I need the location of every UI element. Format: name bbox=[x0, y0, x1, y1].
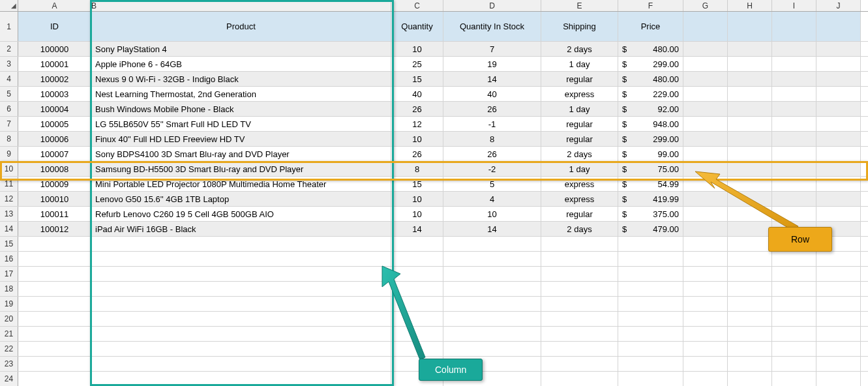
cell-price[interactable]: $419.99 bbox=[618, 192, 683, 206]
cell[interactable] bbox=[728, 222, 772, 236]
cell[interactable] bbox=[443, 252, 541, 266]
cell[interactable] bbox=[91, 267, 391, 281]
cell[interactable] bbox=[728, 252, 772, 266]
cell[interactable] bbox=[816, 147, 861, 161]
row-header[interactable]: 12 bbox=[0, 192, 18, 206]
cell[interactable] bbox=[728, 162, 772, 176]
row-header[interactable]: 20 bbox=[0, 312, 18, 326]
cell[interactable] bbox=[728, 57, 772, 71]
cell[interactable] bbox=[541, 252, 618, 266]
cell[interactable] bbox=[772, 267, 816, 281]
cell[interactable] bbox=[391, 282, 443, 296]
cell[interactable] bbox=[618, 297, 683, 311]
cell[interactable] bbox=[618, 252, 683, 266]
row-header[interactable]: 21 bbox=[0, 327, 18, 341]
cell[interactable] bbox=[18, 237, 91, 251]
cell[interactable] bbox=[683, 327, 728, 341]
cell-product[interactable]: Bush Windows Mobile Phone - Black bbox=[91, 102, 391, 116]
cell[interactable] bbox=[541, 312, 618, 326]
cell[interactable] bbox=[541, 372, 618, 386]
cell[interactable] bbox=[728, 87, 772, 101]
cell[interactable] bbox=[772, 327, 816, 341]
cell[interactable] bbox=[91, 252, 391, 266]
row-header[interactable]: 23 bbox=[0, 357, 18, 371]
cell[interactable] bbox=[683, 267, 728, 281]
cell[interactable] bbox=[91, 327, 391, 341]
row-header[interactable]: 9 bbox=[0, 147, 18, 161]
cell[interactable] bbox=[816, 357, 861, 371]
cell-price[interactable]: $92.00 bbox=[618, 102, 683, 116]
cell-product[interactable]: Apple iPhone 6 - 64GB bbox=[91, 57, 391, 71]
cell-id[interactable]: 100008 bbox=[18, 162, 91, 176]
cell[interactable] bbox=[541, 327, 618, 341]
cell-shipping[interactable]: 2 days bbox=[541, 222, 618, 236]
header-id[interactable]: ID bbox=[18, 12, 91, 41]
cell-price[interactable]: $375.00 bbox=[618, 207, 683, 221]
cell-id[interactable]: 100007 bbox=[18, 147, 91, 161]
cell[interactable] bbox=[816, 72, 861, 86]
cell-product[interactable]: Nest Learning Thermostat, 2nd Generation bbox=[91, 87, 391, 101]
cell[interactable] bbox=[816, 327, 861, 341]
cell[interactable] bbox=[391, 267, 443, 281]
cell[interactable] bbox=[683, 282, 728, 296]
cell[interactable] bbox=[772, 132, 816, 146]
col-header-B[interactable]: B bbox=[91, 0, 391, 11]
cell[interactable] bbox=[618, 357, 683, 371]
col-header-A[interactable]: A bbox=[18, 0, 91, 11]
cell[interactable] bbox=[816, 372, 861, 386]
cell[interactable] bbox=[683, 132, 728, 146]
cell-shipping[interactable]: regular bbox=[541, 132, 618, 146]
cell[interactable] bbox=[728, 357, 772, 371]
cell[interactable] bbox=[683, 162, 728, 176]
cell-quantity[interactable]: 40 bbox=[391, 87, 443, 101]
cell-id[interactable]: 100000 bbox=[18, 42, 91, 56]
cell-shipping[interactable]: 2 days bbox=[541, 147, 618, 161]
cell[interactable] bbox=[683, 312, 728, 326]
cell-shipping[interactable]: regular bbox=[541, 117, 618, 131]
cell[interactable] bbox=[91, 237, 391, 251]
cell[interactable] bbox=[772, 192, 816, 206]
cell[interactable] bbox=[728, 192, 772, 206]
cell[interactable] bbox=[816, 42, 861, 56]
cell[interactable] bbox=[728, 147, 772, 161]
cell-shipping[interactable]: express bbox=[541, 192, 618, 206]
col-header-C[interactable]: C bbox=[391, 0, 443, 11]
cell-product[interactable]: Sony PlayStation 4 bbox=[91, 42, 391, 56]
cell-product[interactable]: Lenovo G50 15.6'' 4GB 1TB Laptop bbox=[91, 192, 391, 206]
row-header[interactable]: 19 bbox=[0, 297, 18, 311]
cell[interactable] bbox=[816, 12, 861, 41]
cell[interactable] bbox=[816, 87, 861, 101]
cell[interactable] bbox=[728, 117, 772, 131]
cell[interactable] bbox=[683, 357, 728, 371]
cell[interactable] bbox=[816, 252, 861, 266]
cell[interactable] bbox=[91, 342, 391, 356]
row-header-1[interactable]: 1 bbox=[0, 12, 18, 41]
cell[interactable] bbox=[683, 297, 728, 311]
cell-id[interactable]: 100001 bbox=[18, 57, 91, 71]
cell-quantity[interactable]: 8 bbox=[391, 162, 443, 176]
cell[interactable] bbox=[541, 357, 618, 371]
header-quantity[interactable]: Quantity bbox=[391, 12, 443, 41]
cell[interactable] bbox=[816, 207, 861, 221]
cell-shipping[interactable]: express bbox=[541, 177, 618, 191]
cell[interactable] bbox=[683, 207, 728, 221]
cell[interactable] bbox=[18, 282, 91, 296]
cell-stock[interactable]: 5 bbox=[443, 177, 541, 191]
cell-price[interactable]: $480.00 bbox=[618, 42, 683, 56]
cell[interactable] bbox=[772, 207, 816, 221]
cell[interactable] bbox=[728, 282, 772, 296]
row-header[interactable]: 2 bbox=[0, 42, 18, 56]
cell-shipping[interactable]: regular bbox=[541, 72, 618, 86]
cell-shipping[interactable]: express bbox=[541, 87, 618, 101]
cell[interactable] bbox=[391, 342, 443, 356]
cell[interactable] bbox=[18, 267, 91, 281]
cell[interactable] bbox=[618, 237, 683, 251]
cell-id[interactable]: 100012 bbox=[18, 222, 91, 236]
cell[interactable] bbox=[618, 267, 683, 281]
cell-stock[interactable]: 26 bbox=[443, 147, 541, 161]
cell[interactable] bbox=[772, 117, 816, 131]
cell-product[interactable]: LG 55LB650V 55'' Smart Full HD LED TV bbox=[91, 117, 391, 131]
cell-price[interactable]: $948.00 bbox=[618, 117, 683, 131]
cell[interactable] bbox=[683, 252, 728, 266]
cell-shipping[interactable]: 1 day bbox=[541, 162, 618, 176]
